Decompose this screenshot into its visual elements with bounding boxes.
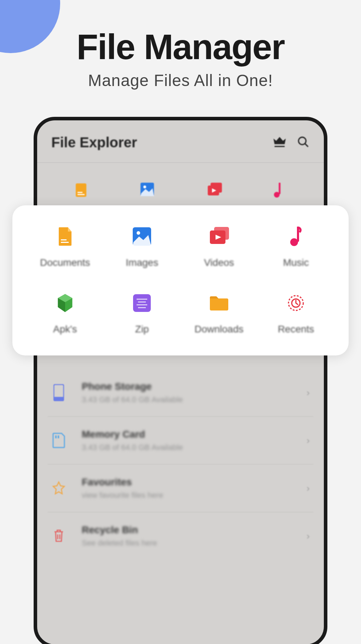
video-icon xyxy=(209,227,229,246)
search-icon[interactable] xyxy=(297,136,310,150)
chevron-right-icon: › xyxy=(306,531,310,542)
storage-recyclebin[interactable]: Recycle Bin See deleted files here › xyxy=(48,512,313,560)
storage-memorycard[interactable]: Memory Card 3.43 GB of 64.0 GB Available… xyxy=(48,416,313,464)
svg-rect-15 xyxy=(61,242,69,243)
category-downloads[interactable]: Downloads xyxy=(180,293,258,335)
svg-point-6 xyxy=(143,186,146,188)
chevron-right-icon: › xyxy=(306,483,310,494)
category-recents[interactable]: Recents xyxy=(258,293,335,335)
image-icon[interactable] xyxy=(141,183,154,198)
svg-point-17 xyxy=(137,231,140,235)
category-zip[interactable]: Zip xyxy=(104,293,181,335)
crown-icon[interactable] xyxy=(273,136,286,149)
storage-phone[interactable]: Phone Storage 3.43 GB of 64.0 GB Availab… xyxy=(48,369,313,416)
chevron-right-icon: › xyxy=(306,435,310,446)
svg-point-20 xyxy=(290,238,298,246)
storage-favourites[interactable]: Favourites view favourite files here › xyxy=(48,464,313,512)
category-label: Videos xyxy=(204,257,234,268)
music-icon[interactable] xyxy=(273,183,287,198)
hero-title: File Manager xyxy=(0,27,361,67)
category-label: Recents xyxy=(278,324,314,335)
document-icon[interactable] xyxy=(74,183,88,198)
music-icon xyxy=(286,227,306,246)
storage-title: Memory Card xyxy=(82,429,306,440)
folder-icon xyxy=(209,293,229,313)
category-label: Zip xyxy=(135,324,149,335)
document-icon xyxy=(55,227,75,246)
storage-sub: 3.43 GB of 64.0 GB Available xyxy=(82,443,306,452)
hero-subtitle: Manage Files All in One! xyxy=(0,71,361,90)
sdcard-icon xyxy=(51,432,66,449)
storage-sub: view favourite files here xyxy=(82,491,306,500)
app-title: File Explorer xyxy=(51,135,262,150)
category-apks[interactable]: Apk's xyxy=(27,293,104,335)
storage-sub: See deleted files here xyxy=(82,538,306,548)
svg-line-1 xyxy=(305,143,308,147)
apk-icon xyxy=(55,293,75,313)
category-videos[interactable]: Videos xyxy=(180,227,258,268)
phone-storage-icon xyxy=(51,384,66,401)
category-label: Downloads xyxy=(194,324,243,335)
svg-rect-14 xyxy=(61,239,67,240)
category-images[interactable]: Images xyxy=(104,227,181,268)
zip-icon xyxy=(132,293,152,313)
chevron-right-icon: › xyxy=(306,387,310,398)
recent-icon xyxy=(286,293,306,313)
star-outline-icon xyxy=(51,479,66,497)
category-music[interactable]: Music xyxy=(258,227,335,268)
storage-list: Phone Storage 3.43 GB of 64.0 GB Availab… xyxy=(37,369,324,560)
storage-title: Recycle Bin xyxy=(82,524,306,536)
video-icon[interactable] xyxy=(207,183,220,198)
svg-rect-3 xyxy=(78,192,82,193)
svg-rect-13 xyxy=(58,435,59,438)
svg-point-0 xyxy=(299,137,306,144)
category-popup: Documents Images Videos Music Apk's xyxy=(12,205,349,355)
svg-rect-11 xyxy=(54,397,64,401)
storage-title: Phone Storage xyxy=(82,381,306,392)
storage-title: Favourites xyxy=(82,477,306,488)
svg-rect-4 xyxy=(78,194,85,195)
trash-icon xyxy=(51,527,66,545)
category-label: Documents xyxy=(40,257,90,268)
svg-rect-12 xyxy=(55,435,57,438)
category-label: Apk's xyxy=(53,324,77,335)
phone-mock: File Explorer Phone Storage 3.43 GB of 6… xyxy=(34,117,327,644)
app-header: File Explorer xyxy=(37,120,324,163)
svg-rect-21 xyxy=(133,294,151,312)
category-label: Images xyxy=(126,257,158,268)
image-icon xyxy=(132,227,152,246)
storage-sub: 3.43 GB of 64.0 GB Available xyxy=(82,395,306,404)
category-documents[interactable]: Documents xyxy=(27,227,104,268)
svg-point-9 xyxy=(274,192,280,198)
category-label: Music xyxy=(283,257,309,268)
